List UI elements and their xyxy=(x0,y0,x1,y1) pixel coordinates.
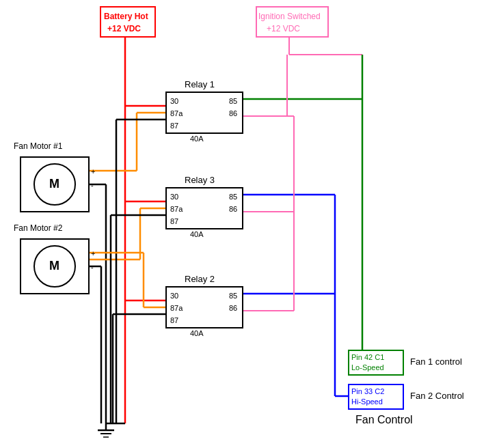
svg-text:40A: 40A xyxy=(190,329,204,337)
svg-text:40A: 40A xyxy=(190,230,204,238)
svg-text:Fan Motor #1: Fan Motor #1 xyxy=(14,141,63,151)
svg-text:Hi-Speed: Hi-Speed xyxy=(351,397,383,406)
svg-text:Fan 1 control: Fan 1 control xyxy=(410,356,462,367)
svg-text:30: 30 xyxy=(170,97,178,105)
fan-control-label: Fan Control xyxy=(355,414,413,425)
svg-text:86: 86 xyxy=(229,304,237,312)
svg-text:M: M xyxy=(49,177,59,191)
svg-text:Ignition Switched: Ignition Switched xyxy=(258,12,321,21)
svg-text:Pin 33 C2: Pin 33 C2 xyxy=(351,387,384,395)
svg-text:Lo-Speed: Lo-Speed xyxy=(351,363,384,372)
svg-text:40A: 40A xyxy=(190,135,204,143)
svg-text:+: + xyxy=(91,167,95,176)
svg-text:Battery Hot: Battery Hot xyxy=(104,12,148,21)
wiring-diagram: Relay 1 30 85 87a 86 87 40A Relay 3 30 8… xyxy=(0,0,499,448)
svg-text:-: - xyxy=(91,181,94,189)
svg-text:Pin 42 C1: Pin 42 C1 xyxy=(351,353,384,361)
svg-text:86: 86 xyxy=(229,109,237,117)
svg-text:85: 85 xyxy=(229,97,237,105)
svg-text:85: 85 xyxy=(229,292,237,300)
svg-text:M: M xyxy=(49,259,59,272)
svg-text:87: 87 xyxy=(170,316,178,324)
svg-text:-: - xyxy=(91,263,94,271)
svg-text:Fan Motor #2: Fan Motor #2 xyxy=(14,223,63,233)
svg-text:30: 30 xyxy=(170,193,178,201)
svg-text:87a: 87a xyxy=(170,205,183,213)
svg-text:Fan 2 Control: Fan 2 Control xyxy=(410,391,464,401)
svg-text:86: 86 xyxy=(229,205,237,213)
svg-text:85: 85 xyxy=(229,193,237,201)
relay1-label: Relay 1 xyxy=(185,79,215,89)
svg-text:87a: 87a xyxy=(170,109,183,117)
svg-text:30: 30 xyxy=(170,292,178,300)
svg-text:+: + xyxy=(91,249,95,257)
svg-text:87a: 87a xyxy=(170,304,183,312)
relay2-label: Relay 2 xyxy=(185,274,215,284)
svg-text:+12 VDC: +12 VDC xyxy=(267,24,300,33)
svg-text:+12 VDC: +12 VDC xyxy=(107,24,141,33)
relay3-label: Relay 3 xyxy=(185,175,215,185)
svg-text:87: 87 xyxy=(170,122,178,130)
svg-text:87: 87 xyxy=(170,217,178,225)
